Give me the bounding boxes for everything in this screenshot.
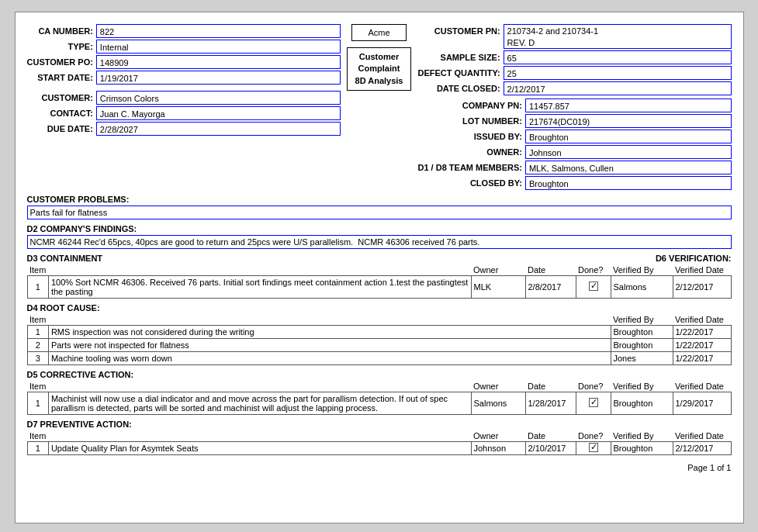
customer-po-label: CUSTOMER PO: bbox=[27, 55, 93, 69]
d7-col-item: Item bbox=[27, 430, 48, 442]
table-row: 1Update Quality Plan for Asymtek SeatsJo… bbox=[27, 442, 731, 455]
issued-by-label: ISSUED BY: bbox=[417, 130, 521, 143]
d5-col-done: Done? bbox=[576, 381, 611, 392]
table-row: 2Parts were not inspected for flatnessBr… bbox=[27, 339, 731, 352]
right-fields: COMPANY PN: 11457.857 LOT NUMBER: 217674… bbox=[417, 98, 731, 190]
customer-pn-value: 210734-2 and 210734-1REV. D bbox=[504, 24, 732, 49]
sample-size-label: SAMPLE SIZE: bbox=[417, 50, 500, 64]
left-fields: CA NUMBER: 822 TYPE: Internal CUSTOMER P… bbox=[27, 24, 341, 190]
d3-col-done: Done? bbox=[576, 264, 611, 276]
sample-size-value: 65 bbox=[504, 50, 732, 64]
d5-col-item: Item bbox=[27, 381, 48, 392]
customer-po-value: 148909 bbox=[96, 55, 341, 69]
table-row: 1100% Sort NCMR 46306. Received 76 parts… bbox=[27, 276, 731, 299]
d3-col-verdate: Verified Date bbox=[673, 264, 731, 276]
customer-problems-title: CUSTOMER PROBLEMS: bbox=[27, 195, 732, 204]
type-value: Internal bbox=[96, 40, 341, 54]
d5-title: D5 CORRECTIVE ACTION: bbox=[27, 370, 732, 379]
d3-col-date: Date bbox=[525, 264, 576, 276]
d5-col-verified: Verified By bbox=[611, 381, 673, 392]
d4-col-verified: Verified By bbox=[611, 314, 673, 326]
date-closed-label: DATE CLOSED: bbox=[417, 81, 500, 95]
d6-title: D6 VERIFICATION: bbox=[656, 254, 732, 263]
d5-table: Item Owner Date Done? Verified By Verifi… bbox=[27, 381, 732, 415]
customer-label: CUSTOMER: bbox=[27, 91, 93, 105]
closed-by-label: CLOSED BY: bbox=[417, 176, 521, 190]
header: CA NUMBER: 822 TYPE: Internal CUSTOMER P… bbox=[27, 24, 732, 190]
done-checkbox bbox=[589, 282, 598, 291]
defect-qty-value: 25 bbox=[504, 66, 732, 80]
center-boxes: Acme CustomerComplaint8D Analysis bbox=[347, 24, 412, 190]
d5-col-date: Date bbox=[525, 381, 576, 392]
done-checkbox bbox=[589, 443, 598, 452]
lot-number-value: 217674(DC019) bbox=[525, 114, 732, 128]
company-pn-label: COMPANY PN: bbox=[417, 98, 521, 112]
lot-number-label: LOT NUMBER: bbox=[417, 114, 521, 128]
d7-col-owner: Owner bbox=[471, 430, 525, 442]
customer-pn-label: CUSTOMER PN: bbox=[417, 24, 500, 49]
d7-col-date: Date bbox=[525, 430, 576, 442]
start-date-label: START DATE: bbox=[27, 71, 93, 85]
right-area: CUSTOMER PN: 210734-2 and 210734-1REV. D… bbox=[417, 24, 731, 190]
mid-fields: CUSTOMER PN: 210734-2 and 210734-1REV. D… bbox=[417, 24, 731, 95]
acme-label: Acme bbox=[368, 28, 389, 37]
company-pn-value: 11457.857 bbox=[525, 98, 732, 112]
d3-title: D3 CONTAINMENT bbox=[27, 254, 103, 263]
d7-title: D7 PREVENTIVE ACTION: bbox=[27, 420, 732, 429]
d7-col-done: Done? bbox=[576, 430, 611, 442]
done-checkbox bbox=[589, 398, 598, 407]
table-row: 3Machine tooling was worn downJones1/22/… bbox=[27, 352, 731, 365]
d3-col-verified: Verified By bbox=[611, 264, 673, 276]
d7-col-verdate: Verified Date bbox=[673, 430, 731, 442]
customer-problems-input[interactable] bbox=[27, 206, 732, 219]
d1d8-value: MLK, Salmons, Cullen bbox=[525, 161, 732, 174]
page-number: Page 1 of 1 bbox=[27, 463, 732, 472]
d4-table: Item Verified By Verified Date 1RMS insp… bbox=[27, 314, 732, 365]
d3-col-item-header: Item bbox=[27, 264, 48, 276]
ca-number-value: 822 bbox=[96, 24, 341, 38]
issued-by-value: Broughton bbox=[525, 130, 732, 143]
d5-col-owner: Owner bbox=[471, 381, 525, 392]
date-closed-value: 2/12/2017 bbox=[504, 81, 732, 95]
d2-title: D2 COMPANY'S FINDINGS: bbox=[27, 224, 732, 233]
d1d8-label: D1 / D8 TEAM MEMBERS: bbox=[417, 161, 521, 174]
d5-col-verdate: Verified Date bbox=[673, 381, 731, 392]
d4-col-item: Item bbox=[27, 314, 48, 326]
owner-value: Johnson bbox=[525, 145, 732, 159]
d3-table: Item Owner Date Done? Verified By Verifi… bbox=[27, 264, 732, 299]
d7-col-verified: Verified By bbox=[611, 430, 673, 442]
d4-col-verdate: Verified Date bbox=[673, 314, 731, 326]
owner-label: OWNER: bbox=[417, 145, 521, 159]
due-date-value: 2/28/2027 bbox=[96, 122, 341, 136]
d3-col-item-desc bbox=[48, 264, 471, 276]
d4-title: D4 ROOT CAUSE: bbox=[27, 303, 732, 313]
d7-table: Item Owner Date Done? Verified By Verifi… bbox=[27, 430, 732, 455]
page: CA NUMBER: 822 TYPE: Internal CUSTOMER P… bbox=[15, 12, 744, 523]
due-date-label: DUE DATE: bbox=[27, 122, 93, 136]
d2-input[interactable] bbox=[27, 235, 732, 249]
table-row: 1Machinist will now use a dial indicator… bbox=[27, 392, 731, 415]
contact-value: Juan C. Mayorga bbox=[96, 106, 341, 120]
type-label: TYPE: bbox=[27, 40, 93, 54]
closed-by-value: Broughton bbox=[525, 176, 732, 190]
ca-number-label: CA NUMBER: bbox=[27, 24, 93, 38]
start-date-value: 1/19/2017 bbox=[96, 71, 341, 85]
acme-box: Acme bbox=[351, 24, 406, 41]
contact-label: CONTACT: bbox=[27, 106, 93, 120]
customer-value: Crimson Colors bbox=[96, 91, 341, 105]
defect-qty-label: DEFECT QUANTITY: bbox=[417, 66, 500, 80]
complaint-box: CustomerComplaint8D Analysis bbox=[347, 47, 412, 91]
table-row: 1RMS inspection was not considered durin… bbox=[27, 326, 731, 339]
d3d6-header: D3 CONTAINMENT D6 VERIFICATION: bbox=[27, 254, 732, 263]
d3-col-owner: Owner bbox=[471, 264, 525, 276]
